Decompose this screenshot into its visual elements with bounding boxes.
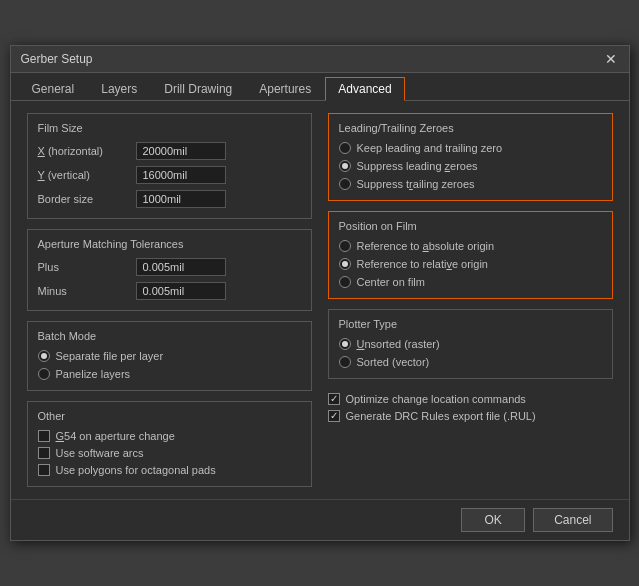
close-button[interactable]: ✕	[603, 52, 619, 66]
position-on-film-label: Position on Film	[339, 220, 602, 232]
plus-label: Plus	[38, 261, 128, 273]
batch-option1-row[interactable]: Separate file per layer	[38, 350, 301, 362]
batch-option2-radio[interactable]	[38, 368, 50, 380]
border-label: Border size	[38, 193, 128, 205]
pof-option3-row[interactable]: Center on film	[339, 276, 602, 288]
other-group: Other G54 on aperture change Use softwar…	[27, 401, 312, 487]
pof-option1-row[interactable]: Reference to absolute origin	[339, 240, 602, 252]
plus-field-row: Plus	[38, 258, 301, 276]
pt-option2-radio[interactable]	[339, 356, 351, 368]
y-input[interactable]	[136, 166, 226, 184]
opt5-checkbox[interactable]	[328, 410, 340, 422]
pt-option1-label: Unsorted (raster)	[357, 338, 440, 350]
opt5-label: Generate DRC Rules export file (.RUL)	[346, 410, 536, 422]
position-on-film-group: Position on Film Reference to absolute o…	[328, 211, 613, 299]
opt1-label: G54 on aperture change	[56, 430, 175, 442]
x-field-row: X (horizontal)	[38, 142, 301, 160]
pof-option1-label: Reference to absolute origin	[357, 240, 495, 252]
opt4-row[interactable]: Optimize change location commands	[328, 393, 613, 405]
right-column: Leading/Trailing Zeroes Keep leading and…	[328, 113, 613, 487]
lt-option2-row[interactable]: Suppress leading zeroes	[339, 160, 602, 172]
leading-trailing-group: Leading/Trailing Zeroes Keep leading and…	[328, 113, 613, 201]
aperture-matching-group: Aperture Matching Tolerances Plus Minus	[27, 229, 312, 311]
lt-option1-row[interactable]: Keep leading and trailing zero	[339, 142, 602, 154]
x-input[interactable]	[136, 142, 226, 160]
plotter-type-label: Plotter Type	[339, 318, 602, 330]
tab-general[interactable]: General	[19, 77, 88, 100]
ok-button[interactable]: OK	[461, 508, 525, 532]
film-size-label: Film Size	[38, 122, 301, 134]
dialog-title: Gerber Setup	[21, 52, 93, 66]
opt1-row[interactable]: G54 on aperture change	[38, 430, 301, 442]
minus-input[interactable]	[136, 282, 226, 300]
other-label: Other	[38, 410, 301, 422]
lt-option1-label: Keep leading and trailing zero	[357, 142, 503, 154]
lt-option2-radio[interactable]	[339, 160, 351, 172]
cancel-button[interactable]: Cancel	[533, 508, 612, 532]
batch-option1-radio[interactable]	[38, 350, 50, 362]
lt-option3-radio[interactable]	[339, 178, 351, 190]
border-input[interactable]	[136, 190, 226, 208]
tab-apertures[interactable]: Apertures	[246, 77, 324, 100]
opt4-label: Optimize change location commands	[346, 393, 526, 405]
batch-option1-label: Separate file per layer	[56, 350, 164, 362]
main-content: Film Size X (horizontal) Y (vertical) Bo…	[11, 101, 629, 499]
left-column: Film Size X (horizontal) Y (vertical) Bo…	[27, 113, 312, 487]
film-size-group: Film Size X (horizontal) Y (vertical) Bo…	[27, 113, 312, 219]
pof-option2-radio[interactable]	[339, 258, 351, 270]
batch-option2-label: Panelize layers	[56, 368, 131, 380]
lt-option3-row[interactable]: Suppress trailing zeroes	[339, 178, 602, 190]
leading-trailing-label: Leading/Trailing Zeroes	[339, 122, 602, 134]
lt-option3-label: Suppress trailing zeroes	[357, 178, 475, 190]
x-label: X (horizontal)	[38, 145, 128, 157]
opt3-row[interactable]: Use polygons for octagonal pads	[38, 464, 301, 476]
opt1-checkbox[interactable]	[38, 430, 50, 442]
batch-mode-group: Batch Mode Separate file per layer Panel…	[27, 321, 312, 391]
plotter-type-group: Plotter Type Unsorted (raster) Sorted (v…	[328, 309, 613, 379]
minus-label: Minus	[38, 285, 128, 297]
tab-drill-drawing[interactable]: Drill Drawing	[151, 77, 245, 100]
bottom-bar: OK Cancel	[11, 499, 629, 540]
y-field-row: Y (vertical)	[38, 166, 301, 184]
dialog: Gerber Setup ✕ General Layers Drill Draw…	[10, 45, 630, 541]
y-label: Y (vertical)	[38, 169, 128, 181]
opt4-checkbox[interactable]	[328, 393, 340, 405]
pt-option1-radio[interactable]	[339, 338, 351, 350]
tab-advanced[interactable]: Advanced	[325, 77, 404, 101]
title-bar: Gerber Setup ✕	[11, 46, 629, 73]
minus-field-row: Minus	[38, 282, 301, 300]
pof-option3-label: Center on film	[357, 276, 425, 288]
tab-layers[interactable]: Layers	[88, 77, 150, 100]
lt-option1-radio[interactable]	[339, 142, 351, 154]
right-other-section: Optimize change location commands Genera…	[328, 389, 613, 426]
tab-bar: General Layers Drill Drawing Apertures A…	[11, 73, 629, 101]
opt5-row[interactable]: Generate DRC Rules export file (.RUL)	[328, 410, 613, 422]
pt-option1-row[interactable]: Unsorted (raster)	[339, 338, 602, 350]
batch-mode-label: Batch Mode	[38, 330, 301, 342]
opt2-checkbox[interactable]	[38, 447, 50, 459]
pof-option2-label: Reference to relative origin	[357, 258, 488, 270]
border-field-row: Border size	[38, 190, 301, 208]
plus-input[interactable]	[136, 258, 226, 276]
pof-option1-radio[interactable]	[339, 240, 351, 252]
opt2-label: Use software arcs	[56, 447, 144, 459]
pt-option2-row[interactable]: Sorted (vector)	[339, 356, 602, 368]
opt3-checkbox[interactable]	[38, 464, 50, 476]
pof-option2-row[interactable]: Reference to relative origin	[339, 258, 602, 270]
opt3-label: Use polygons for octagonal pads	[56, 464, 216, 476]
pof-option3-radio[interactable]	[339, 276, 351, 288]
opt2-row[interactable]: Use software arcs	[38, 447, 301, 459]
batch-option2-row[interactable]: Panelize layers	[38, 368, 301, 380]
pt-option2-label: Sorted (vector)	[357, 356, 430, 368]
aperture-matching-label: Aperture Matching Tolerances	[38, 238, 301, 250]
lt-option2-label: Suppress leading zeroes	[357, 160, 478, 172]
